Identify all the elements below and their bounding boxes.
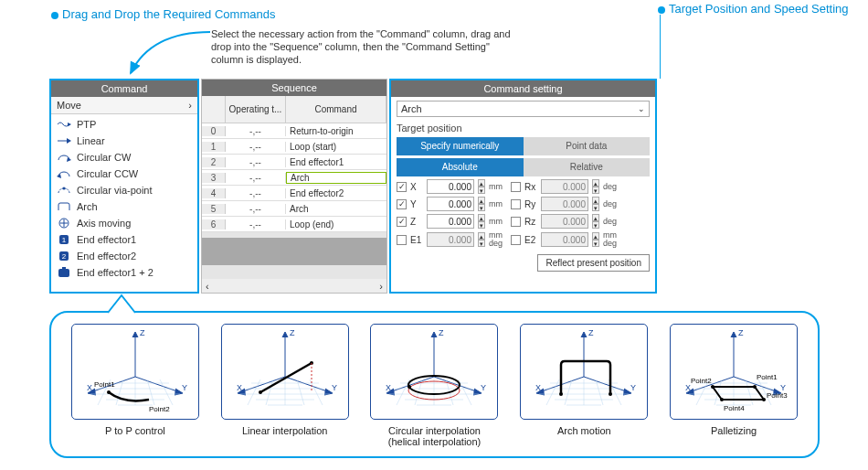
- checkbox-E1[interactable]: [397, 235, 407, 245]
- command-item-arch[interactable]: Arch: [55, 198, 194, 215]
- diagram-frame: Z X Y Point1Point2Point3Point4: [670, 324, 798, 420]
- svg-text:X: X: [237, 383, 242, 392]
- command-item-label: Axis moving: [77, 218, 131, 229]
- command-item-linear[interactable]: Linear: [55, 133, 194, 149]
- checkbox-Rx[interactable]: [511, 182, 521, 192]
- axis-label: Ry: [524, 199, 537, 209]
- command-item-via[interactable]: Circular via-point: [55, 182, 194, 198]
- sequence-panel-title: Sequence: [202, 80, 386, 96]
- command-item-label: Circular CW: [77, 152, 131, 163]
- command-panel-title: Command: [51, 80, 197, 97]
- tab-absolute[interactable]: Absolute: [397, 158, 524, 176]
- svg-rect-8: [62, 267, 66, 270]
- value-input-Z[interactable]: 0.000: [427, 214, 474, 229]
- diagram-frame: Z X Y Point1Point2: [71, 324, 199, 420]
- svg-point-57: [762, 398, 766, 401]
- value-input-Rx: 0.000: [541, 179, 588, 194]
- diagram-card: Z X Y Linear interpolation: [221, 324, 349, 447]
- command-item-ccw[interactable]: Circular CCW: [55, 166, 194, 182]
- axis-label: E2: [524, 235, 537, 245]
- command-item-label: End effector1 + 2: [77, 267, 153, 278]
- left-callout: Drag and Drop the Required Commands: [51, 7, 275, 21]
- svg-line-38: [584, 377, 629, 392]
- right-callout: Target Position and Speed Setting: [658, 2, 849, 16]
- checkbox-Rz[interactable]: [511, 217, 521, 227]
- checkbox-Z[interactable]: ✓: [397, 217, 407, 227]
- command-item-ee12[interactable]: End effector1 + 2: [55, 264, 194, 281]
- svg-text:Point1: Point1: [757, 373, 778, 381]
- svg-text:Point2: Point2: [149, 405, 170, 413]
- value-input-Y[interactable]: 0.000: [427, 197, 474, 211]
- svg-line-10: [135, 377, 180, 392]
- drag-arrow-icon: [123, 23, 233, 82]
- diagram-label: P to P control: [105, 425, 165, 436]
- diagram-card: Z X Y Point1Point2 P to P control: [71, 324, 199, 447]
- arch-icon: [57, 201, 71, 212]
- checkbox-Y[interactable]: ✓: [397, 199, 407, 209]
- command-item-axis[interactable]: Axis moving: [55, 215, 194, 231]
- svg-rect-7: [58, 269, 69, 277]
- checkbox-X[interactable]: ✓: [397, 182, 407, 192]
- diagram-label: Linear interpolation: [242, 425, 328, 436]
- command-item-ptp[interactable]: PTP: [55, 116, 194, 133]
- svg-text:Y: Y: [630, 383, 636, 392]
- svg-text:X: X: [386, 383, 391, 392]
- diagram-frame: Z X Y: [520, 324, 648, 420]
- sequence-row[interactable]: 0-,--Return-to-origin: [202, 123, 386, 139]
- spinner-X[interactable]: ▴▾: [478, 179, 485, 194]
- sequence-row[interactable]: 5-,--Arch: [202, 201, 386, 217]
- value-input-Ry: 0.000: [541, 197, 588, 211]
- reflect-position-button[interactable]: Reflect present position: [537, 254, 650, 272]
- axis-label: Rz: [524, 217, 537, 227]
- axis-label: Y: [410, 199, 423, 209]
- svg-text:Point1: Point1: [94, 380, 115, 389]
- unit-label: mm: [489, 183, 507, 191]
- horizontal-scrollbar[interactable]: ‹›: [202, 279, 386, 293]
- ccw-icon: [57, 168, 71, 179]
- connector-notch-icon: [108, 294, 135, 314]
- checkbox-E2[interactable]: [511, 235, 521, 245]
- sequence-row[interactable]: 6-,--Loop (end): [202, 217, 386, 232]
- command-name-combo[interactable]: Arch ⌄: [397, 101, 650, 117]
- value-input-X[interactable]: 0.000: [427, 179, 474, 194]
- command-item-ee1[interactable]: 1End effector1: [55, 231, 194, 248]
- sequence-row[interactable]: 4-,--End effector2: [202, 186, 386, 201]
- linear-icon: [57, 135, 71, 146]
- sequence-row[interactable]: 1-,--Loop (start): [202, 139, 386, 155]
- svg-text:Z: Z: [588, 328, 594, 337]
- diagram-label: Circular interpolation(helical interpola…: [388, 425, 482, 447]
- tab-specify-numerically[interactable]: Specify numerically: [397, 137, 524, 155]
- command-group-row[interactable]: Move ›: [51, 97, 197, 114]
- spinner-Y[interactable]: ▴▾: [478, 197, 485, 211]
- sequence-row[interactable]: 2-,--End effector1: [202, 155, 386, 170]
- checkbox-Ry[interactable]: [511, 199, 521, 209]
- spinner-E1: ▴▾: [478, 232, 485, 247]
- unit-label: deg: [603, 200, 621, 208]
- bullet-icon: [658, 6, 665, 14]
- diagram-card: Z X Y Point1Point2Point3Point4 Palletizi…: [670, 324, 798, 447]
- svg-text:Y: Y: [481, 383, 486, 392]
- svg-point-1: [63, 187, 66, 190]
- spinner-Z[interactable]: ▴▾: [478, 214, 485, 229]
- svg-text:Point2: Point2: [691, 377, 712, 385]
- tab-relative[interactable]: Relative: [524, 158, 651, 176]
- svg-point-58: [720, 398, 724, 401]
- tab-point-data[interactable]: Point data: [524, 137, 651, 155]
- svg-point-36: [408, 385, 411, 389]
- diagram-label: Palletizing: [711, 425, 757, 436]
- axis-icon: [57, 218, 71, 229]
- command-item-cw[interactable]: Circular CW: [55, 149, 194, 166]
- unit-label: mm: [489, 218, 507, 226]
- target-position-label: Target position: [397, 123, 650, 134]
- svg-text:X: X: [87, 383, 92, 392]
- command-setting-panel: Command setting Arch ⌄ Target position S…: [389, 79, 657, 294]
- diagram-card: Z X Y Circular interpolation(helical int…: [370, 324, 498, 447]
- svg-point-43: [559, 392, 563, 396]
- sequence-header: Operating t... Command: [202, 96, 386, 123]
- command-item-ee2[interactable]: 2End effector2: [55, 248, 194, 264]
- setting-panel-title: Command setting: [391, 80, 655, 97]
- svg-line-24: [260, 363, 312, 392]
- svg-text:Point3: Point3: [767, 391, 788, 400]
- svg-point-44: [609, 392, 612, 396]
- sequence-row[interactable]: 3-,--Arch: [202, 170, 386, 186]
